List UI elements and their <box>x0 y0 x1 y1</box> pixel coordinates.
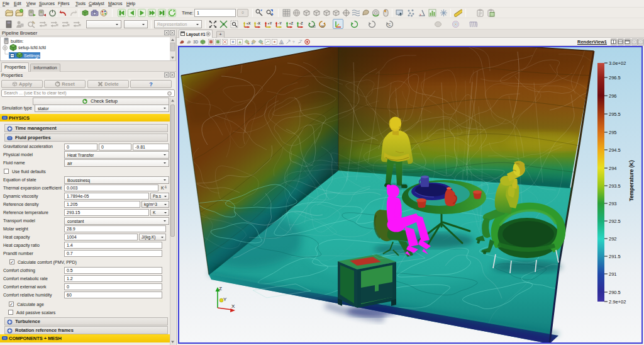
svg-text:2.9e+02: 2.9e+02 <box>609 299 626 305</box>
svg-text:292: 292 <box>609 236 617 242</box>
svg-text:294.5: 294.5 <box>609 147 621 153</box>
svg-text:+X: +X <box>247 21 251 25</box>
svg-text:X: X <box>231 303 235 309</box>
svg-text:295.5: 295.5 <box>609 111 621 117</box>
svg-text:Y: Y <box>223 297 227 302</box>
svg-text:Temperature (K): Temperature (K) <box>628 160 635 201</box>
svg-text:293.5: 293.5 <box>609 183 621 189</box>
svg-text:296.5: 296.5 <box>609 75 621 81</box>
svg-text:-X: -X <box>257 21 261 25</box>
svg-text:+Y: +Y <box>268 21 272 25</box>
svg-text:295: 295 <box>609 130 617 135</box>
svg-text:-Y: -Y <box>279 21 282 25</box>
svg-text:-Z: -Z <box>300 21 304 25</box>
svg-text:3.0e+02: 3.0e+02 <box>609 60 626 66</box>
svg-text:291.5: 291.5 <box>609 254 621 259</box>
svg-text:+90: +90 <box>311 25 316 28</box>
svg-text:Z: Z <box>219 286 222 291</box>
svg-text:296: 296 <box>609 93 617 99</box>
svg-text:+Z: +Z <box>289 21 294 25</box>
svg-text:291: 291 <box>609 271 617 277</box>
svg-text:-90: -90 <box>320 25 325 28</box>
svg-text:292.5: 292.5 <box>609 218 621 224</box>
svg-text:290.5: 290.5 <box>609 290 621 295</box>
svg-text:294: 294 <box>609 166 617 171</box>
svg-text:293: 293 <box>609 201 617 206</box>
svg-text:C: C <box>389 23 391 26</box>
